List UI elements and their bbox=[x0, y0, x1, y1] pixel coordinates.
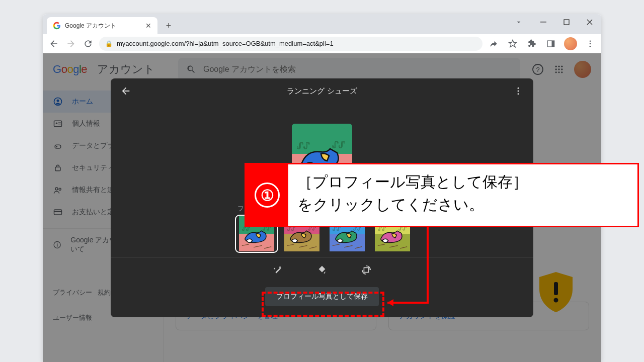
sidepanel-icon[interactable] bbox=[545, 38, 557, 50]
nav-forward-icon[interactable] bbox=[65, 38, 77, 50]
modal-more-icon[interactable] bbox=[512, 85, 524, 97]
svg-point-38 bbox=[518, 93, 519, 95]
window-close-icon[interactable] bbox=[578, 14, 601, 30]
tab-title: Google アカウント bbox=[65, 22, 141, 30]
nav-back-icon[interactable] bbox=[48, 38, 60, 50]
svg-rect-1 bbox=[564, 20, 569, 25]
window-maximize-icon[interactable] bbox=[555, 14, 578, 30]
svg-text:ᔑᔑ: ᔑᔑ bbox=[332, 140, 345, 150]
magic-wand-icon[interactable] bbox=[271, 263, 285, 277]
save-profile-button[interactable]: プロフィール写真として保存 bbox=[265, 287, 379, 306]
window-minimize-icon[interactable] bbox=[532, 14, 555, 30]
svg-point-37 bbox=[518, 90, 519, 92]
rotate-crop-icon[interactable] bbox=[359, 263, 373, 277]
tool-row bbox=[111, 257, 533, 281]
svg-text:ᔑᔑ: ᔑᔑ bbox=[297, 141, 310, 151]
url-field[interactable]: 🔒 myaccount.google.com/?hl=ja&utm_source… bbox=[99, 37, 482, 51]
annotation-callout: ① ［プロフィール写真として保存］ をクリックしてください。 bbox=[245, 163, 639, 227]
modal-back-icon[interactable] bbox=[120, 85, 132, 97]
browser-tab[interactable]: Google アカウント ✕ bbox=[47, 17, 157, 34]
tab-close-icon[interactable]: ✕ bbox=[145, 22, 151, 30]
share-icon[interactable] bbox=[488, 38, 500, 50]
bookmark-star-icon[interactable] bbox=[507, 38, 519, 50]
google-favicon bbox=[53, 22, 61, 30]
lock-icon: 🔒 bbox=[105, 40, 113, 47]
new-tab-button[interactable]: + bbox=[162, 19, 176, 33]
svg-rect-0 bbox=[540, 22, 546, 23]
profile-avatar-sm[interactable] bbox=[564, 37, 577, 50]
kebab-menu-icon[interactable] bbox=[584, 38, 596, 50]
address-bar: 🔒 myaccount.google.com/?hl=ja&utm_source… bbox=[43, 34, 601, 53]
nav-reload-icon[interactable] bbox=[82, 38, 94, 50]
tab-dropdown-icon[interactable] bbox=[511, 14, 527, 30]
svg-rect-3 bbox=[552, 41, 554, 47]
svg-point-5 bbox=[590, 43, 591, 44]
extensions-icon[interactable] bbox=[526, 38, 538, 50]
svg-point-6 bbox=[590, 45, 591, 47]
svg-point-4 bbox=[590, 40, 591, 42]
paint-bucket-icon[interactable] bbox=[315, 263, 329, 277]
annotation-number-badge: ① bbox=[246, 164, 288, 226]
svg-point-36 bbox=[518, 87, 519, 89]
window-controls bbox=[511, 14, 601, 30]
modal-title: ランニング シューズ bbox=[132, 86, 512, 96]
tab-strip: Google アカウント ✕ + bbox=[43, 14, 601, 34]
annotation-text: ［プロフィール写真として保存］ をクリックしてください。 bbox=[288, 164, 637, 226]
url-text: myaccount.google.com/?hl=ja&utm_source=O… bbox=[117, 40, 476, 47]
